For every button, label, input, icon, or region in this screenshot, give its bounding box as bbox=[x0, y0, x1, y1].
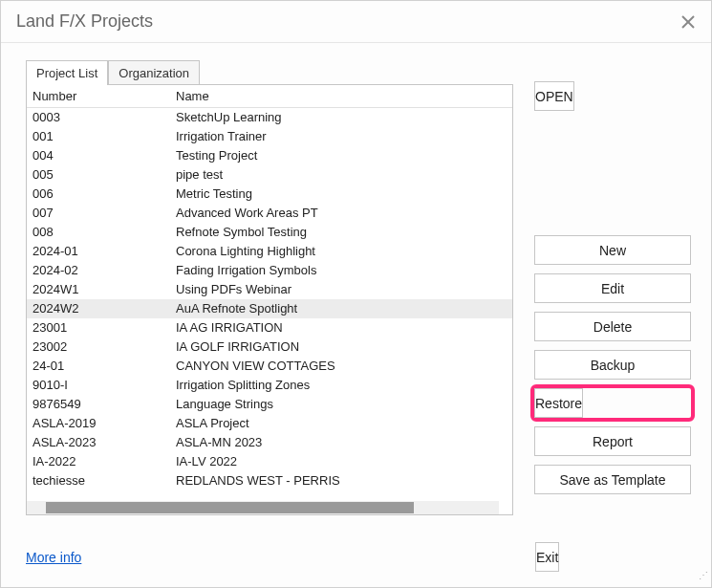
table-row[interactable]: 23001IA AG IRRIGATION bbox=[27, 318, 512, 338]
delete-button[interactable]: Delete bbox=[534, 312, 691, 341]
cell-name: Advanced Work Areas PT bbox=[170, 204, 512, 223]
horizontal-scrollbar[interactable] bbox=[27, 501, 499, 514]
exit-button[interactable]: Exit bbox=[535, 542, 559, 572]
col-number[interactable]: Number bbox=[27, 85, 170, 108]
footer: More info Exit bbox=[26, 542, 692, 572]
cell-name: IA-LV 2022 bbox=[170, 452, 512, 471]
cell-name: AuA Refnote Spotlight bbox=[170, 299, 512, 318]
cell-name: ASLA-MN 2023 bbox=[170, 433, 512, 452]
open-button[interactable]: OPEN bbox=[534, 81, 574, 111]
table-row[interactable]: 004Testing Project bbox=[27, 146, 512, 165]
tab-organization[interactable]: Organization bbox=[108, 60, 200, 85]
cell-number: 9876549 bbox=[27, 395, 170, 414]
cell-number: 23001 bbox=[27, 318, 170, 338]
cell-number: techiesse bbox=[27, 471, 170, 490]
table-row[interactable]: 006Metric Testing bbox=[27, 185, 512, 204]
table-row[interactable]: 2024W1Using PDFs Webinar bbox=[27, 280, 512, 299]
cell-name: Language Strings bbox=[170, 395, 512, 414]
cell-number: 007 bbox=[27, 204, 170, 223]
more-info-link[interactable]: More info bbox=[26, 550, 81, 565]
new-button[interactable]: New bbox=[534, 235, 691, 265]
tabs: Project List Organization bbox=[26, 60, 513, 85]
cell-number: 005 bbox=[27, 165, 170, 185]
cell-name: Using PDFs Webinar bbox=[170, 280, 512, 299]
table-row[interactable]: 9876549Language Strings bbox=[27, 395, 512, 414]
horizontal-scrollbar-thumb[interactable] bbox=[46, 502, 414, 513]
table-row[interactable]: 007Advanced Work Areas PT bbox=[27, 204, 512, 223]
cell-number: 0003 bbox=[27, 108, 170, 127]
cell-number: 2024-02 bbox=[27, 261, 170, 280]
cell-name: SketchUp Learning bbox=[170, 108, 512, 127]
table-row[interactable]: 2024-01Corona Lighting Highlight bbox=[27, 242, 512, 261]
cell-name: Testing Project bbox=[170, 146, 512, 165]
cell-name: Corona Lighting Highlight bbox=[170, 242, 512, 261]
left-panel: Project List Organization Number Name bbox=[26, 60, 513, 521]
cell-number: 001 bbox=[27, 127, 170, 146]
cell-name: Metric Testing bbox=[170, 185, 512, 204]
titlebar: Land F/X Projects bbox=[1, 1, 711, 43]
projects-dialog: Land F/X Projects Project List Organizat… bbox=[0, 0, 712, 588]
table-row[interactable]: 0003SketchUp Learning bbox=[27, 108, 512, 127]
cell-number: 23002 bbox=[27, 338, 170, 357]
tab-project-list[interactable]: Project List bbox=[26, 60, 108, 85]
table-row[interactable]: ASLA-2019ASLA Project bbox=[27, 414, 512, 433]
cell-number: ASLA-2019 bbox=[27, 414, 170, 433]
cell-number: 006 bbox=[27, 185, 170, 204]
cell-number: 2024-01 bbox=[27, 242, 170, 261]
table-row[interactable]: 008Refnote Symbol Testing bbox=[27, 223, 512, 242]
table-scroll[interactable]: Number Name 0003SketchUp Learning001Irri… bbox=[27, 85, 512, 498]
table-row[interactable]: 9010-IIrrigation Splitting Zones bbox=[27, 376, 512, 395]
cell-number: IA-2022 bbox=[27, 452, 170, 471]
table-row[interactable]: 2024-02Fading Irrigation Symbols bbox=[27, 261, 512, 280]
cell-name: IA AG IRRIGATION bbox=[170, 318, 512, 338]
cell-number: 004 bbox=[27, 146, 170, 165]
backup-button[interactable]: Backup bbox=[534, 350, 691, 380]
cell-name: Refnote Symbol Testing bbox=[170, 223, 512, 242]
cell-number: 9010-I bbox=[27, 376, 170, 395]
table-row[interactable]: ASLA-2023ASLA-MN 2023 bbox=[27, 433, 512, 452]
restore-highlight: Restore bbox=[530, 384, 695, 422]
cell-name: IA GOLF IRRIGATION bbox=[170, 338, 512, 357]
cell-name: Fading Irrigation Symbols bbox=[170, 261, 512, 280]
table-row[interactable]: 005pipe test bbox=[27, 165, 512, 185]
table-row[interactable]: IA-2022IA-LV 2022 bbox=[27, 452, 512, 471]
window-title: Land F/X Projects bbox=[16, 11, 153, 32]
cell-name: CANYON VIEW COTTAGES bbox=[170, 357, 512, 376]
table-row[interactable]: 001Irrigation Trainer bbox=[27, 127, 512, 146]
cell-number: 2024W2 bbox=[27, 299, 170, 318]
cell-name: pipe test bbox=[170, 165, 512, 185]
edit-button[interactable]: Edit bbox=[534, 273, 691, 303]
cell-name: Irrigation Splitting Zones bbox=[170, 376, 512, 395]
save-as-template-button[interactable]: Save as Template bbox=[534, 465, 691, 494]
restore-button[interactable]: Restore bbox=[534, 388, 583, 418]
right-panel: OPEN New Edit Delete Backup Restore Repo… bbox=[534, 60, 691, 521]
cell-number: 2024W1 bbox=[27, 280, 170, 299]
cell-name: Irrigation Trainer bbox=[170, 127, 512, 146]
table-row[interactable]: 2024W2AuA Refnote Spotlight bbox=[27, 299, 512, 318]
project-table: Number Name 0003SketchUp Learning001Irri… bbox=[26, 84, 513, 515]
cell-number: 24-01 bbox=[27, 357, 170, 376]
report-button[interactable]: Report bbox=[534, 426, 691, 456]
col-name[interactable]: Name bbox=[170, 85, 512, 108]
close-icon[interactable] bbox=[677, 11, 700, 33]
cell-number: ASLA-2023 bbox=[27, 433, 170, 452]
cell-name: REDLANDS WEST - PERRIS bbox=[170, 471, 512, 490]
table-row[interactable]: 23002IA GOLF IRRIGATION bbox=[27, 338, 512, 357]
table-row[interactable]: techiesseREDLANDS WEST - PERRIS bbox=[27, 471, 512, 490]
resize-grip-icon[interactable]: ⋰ bbox=[697, 573, 708, 584]
cell-number: 008 bbox=[27, 223, 170, 242]
cell-name: ASLA Project bbox=[170, 414, 512, 433]
table-row[interactable]: 24-01CANYON VIEW COTTAGES bbox=[27, 357, 512, 376]
